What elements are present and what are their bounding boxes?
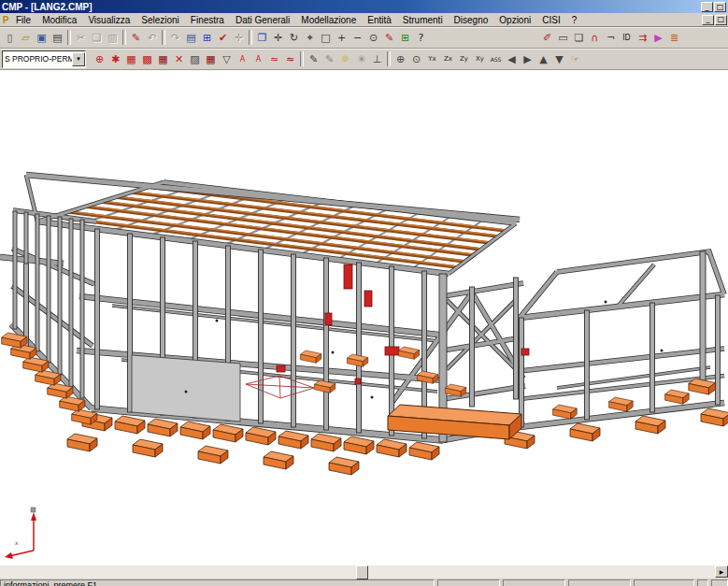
cut-icon: ✂ bbox=[77, 33, 85, 43]
props-pen-button[interactable]: ✎ bbox=[321, 50, 337, 67]
redo-button[interactable]: ↷ bbox=[167, 29, 183, 46]
menu-modellazione[interactable]: Modellazione bbox=[295, 15, 362, 25]
snap-grid-button[interactable]: ⊞ bbox=[397, 29, 413, 46]
scrollbar-thumb[interactable] bbox=[356, 565, 368, 579]
menu-help[interactable]: ? bbox=[566, 15, 583, 25]
combo-dropdown-button[interactable]: ▼ bbox=[72, 52, 85, 66]
node-vectors-button[interactable]: ⇉ bbox=[635, 29, 650, 46]
print-button[interactable]: ▤ bbox=[50, 29, 65, 46]
menu-dati-generali[interactable]: Dati Generali bbox=[230, 15, 295, 25]
document-icon[interactable]: P bbox=[1, 15, 10, 25]
redline-pen-button[interactable]: ✎ bbox=[128, 29, 144, 46]
drag-hand-button[interactable]: ✛ bbox=[231, 29, 247, 46]
restraint-a2-button[interactable]: A bbox=[250, 50, 266, 67]
zoom-box-button[interactable]: □ bbox=[318, 29, 334, 46]
load-case-combobox[interactable]: S PROPRIO-PERMANENTE ▼ bbox=[2, 50, 86, 68]
application-window: CMP - [LANG2.CMP] _□ P FileModificaVisua… bbox=[0, 0, 728, 586]
isolate-selection-button[interactable]: ✱ bbox=[107, 50, 123, 67]
add-entity-button[interactable]: ⊞ bbox=[199, 29, 215, 46]
load-arc-2-icon: ≈ bbox=[286, 54, 294, 64]
layer-colors-button[interactable]: ≣ bbox=[666, 29, 682, 46]
measure-pencil-icon: ✎ bbox=[385, 33, 393, 43]
menu-file[interactable]: File bbox=[10, 15, 36, 25]
menu-modifica[interactable]: Modifica bbox=[36, 15, 82, 25]
rotate-view-button[interactable]: ↻ bbox=[286, 29, 302, 46]
copy-button[interactable]: ❏ bbox=[89, 29, 105, 46]
verify-check-button[interactable]: ✔ bbox=[215, 29, 231, 46]
offset-tool-button[interactable]: ¬ bbox=[603, 29, 619, 46]
mesh-select-2-icon: ▩ bbox=[142, 54, 151, 64]
restraint-a1-button[interactable]: A bbox=[235, 50, 250, 67]
step-prev-button[interactable]: ◀ bbox=[504, 50, 520, 67]
open-file-button[interactable]: ▱ bbox=[18, 29, 34, 46]
mesh-select-1-button[interactable]: ▦ bbox=[123, 50, 139, 67]
view-axon-button[interactable]: ASS bbox=[488, 50, 504, 67]
zoom-dynamic-button[interactable]: ⊕ bbox=[393, 50, 408, 67]
load-arc-2-button[interactable]: ≈ bbox=[282, 50, 298, 67]
zoom-extents-button[interactable]: ⊙ bbox=[365, 29, 381, 46]
menu-selezioni[interactable]: Selezioni bbox=[136, 15, 185, 25]
cut-button[interactable]: ✂ bbox=[73, 29, 89, 46]
window-layout-button[interactable]: ❐ bbox=[254, 29, 270, 46]
filter-funnel-button[interactable]: ▽ bbox=[219, 50, 235, 67]
visibility-options-button[interactable]: ✳ bbox=[353, 50, 369, 67]
erase-entity-button[interactable]: ▭ bbox=[555, 29, 571, 46]
fill-up-button[interactable]: ▲ bbox=[535, 50, 551, 67]
pan-view-button[interactable]: ✛ bbox=[270, 29, 286, 46]
menu-visualizza[interactable]: Visualizza bbox=[82, 15, 136, 25]
view-xy-button[interactable]: Xy bbox=[472, 50, 488, 67]
fill-down-icon: ▼ bbox=[555, 54, 563, 64]
table-select-button[interactable]: ▦ bbox=[203, 50, 219, 67]
context-help-button[interactable]: ? bbox=[413, 29, 429, 46]
magnet-node-button[interactable]: ∩ bbox=[587, 29, 603, 46]
view-yx-button[interactable]: Yx bbox=[424, 50, 440, 67]
title-bar[interactable]: CMP - [LANG2.CMP] _□ bbox=[0, 0, 728, 13]
ground-plane-button[interactable]: ⊥ bbox=[369, 50, 385, 67]
measure-pencil-button[interactable]: ✎ bbox=[381, 29, 397, 46]
zoom-previous-button[interactable]: ⊙ bbox=[408, 50, 424, 67]
save-file-icon: ▣ bbox=[36, 33, 46, 43]
layer-colors-icon: ≣ bbox=[670, 33, 678, 43]
maximize-button[interactable]: □ bbox=[714, 2, 726, 12]
new-file-button[interactable]: ▯ bbox=[2, 29, 18, 46]
id-query-button[interactable]: ID bbox=[619, 29, 635, 46]
deselect-x-button[interactable]: ✕ bbox=[171, 50, 187, 67]
zoom-in-button[interactable]: + bbox=[334, 29, 350, 46]
undo-button[interactable]: ↶ bbox=[144, 29, 160, 46]
view-zx-button[interactable]: Zx bbox=[440, 50, 456, 67]
copy-entity-icon: ❏ bbox=[575, 33, 584, 43]
menu-entità[interactable]: Entità bbox=[362, 15, 397, 25]
scrollbar-right-arrow[interactable]: ▶ bbox=[715, 565, 728, 578]
mdi-restore-button[interactable]: □ bbox=[715, 15, 727, 25]
light-bulb-button[interactable]: ☼ bbox=[337, 50, 353, 67]
zoom-out-button[interactable]: − bbox=[350, 29, 365, 46]
shade-view-button[interactable]: ✦ bbox=[302, 29, 318, 46]
minimize-button[interactable]: _ bbox=[701, 2, 713, 12]
menu-strumenti[interactable]: Strumenti bbox=[397, 15, 449, 25]
view-zy-button[interactable]: Zy bbox=[456, 50, 472, 67]
save-file-button[interactable]: ▣ bbox=[34, 29, 50, 46]
pan-hand-button[interactable]: ☞ bbox=[567, 50, 583, 67]
mesh-select-1-icon: ▦ bbox=[126, 54, 136, 64]
menu-finestra[interactable]: Finestra bbox=[185, 15, 230, 25]
copy-entity-button[interactable]: ❏ bbox=[571, 29, 587, 46]
load-arc-1-button[interactable]: ≈ bbox=[266, 50, 282, 67]
section-cut-button[interactable]: ▨ bbox=[187, 50, 203, 67]
paste-button[interactable]: ▥ bbox=[105, 29, 121, 46]
menu-disegno[interactable]: Disegno bbox=[449, 15, 494, 25]
fill-down-button[interactable]: ▼ bbox=[551, 50, 567, 67]
mesh-select-3-button[interactable]: ▦ bbox=[155, 50, 171, 67]
move-entity-button[interactable]: ▶ bbox=[650, 29, 666, 46]
print-preview-button[interactable]: ▤ bbox=[183, 29, 199, 46]
edit-pen-button[interactable]: ✎ bbox=[306, 50, 321, 67]
step-next-button[interactable]: ▶ bbox=[520, 50, 535, 67]
menu-cisi[interactable]: CISI bbox=[536, 15, 565, 25]
paste-icon: ▥ bbox=[107, 33, 117, 43]
redraw-pen-button[interactable]: ✐ bbox=[539, 29, 555, 46]
mesh-select-2-button[interactable]: ▩ bbox=[139, 50, 155, 67]
model-viewport[interactable]: x bbox=[0, 70, 728, 565]
horizontal-scrollbar[interactable]: ▶ bbox=[0, 565, 728, 579]
menu-opzioni[interactable]: Opzioni bbox=[493, 15, 536, 25]
zoom-selection-button[interactable]: ⊕ bbox=[92, 50, 107, 67]
mdi-minimize-button[interactable]: _ bbox=[702, 15, 714, 25]
